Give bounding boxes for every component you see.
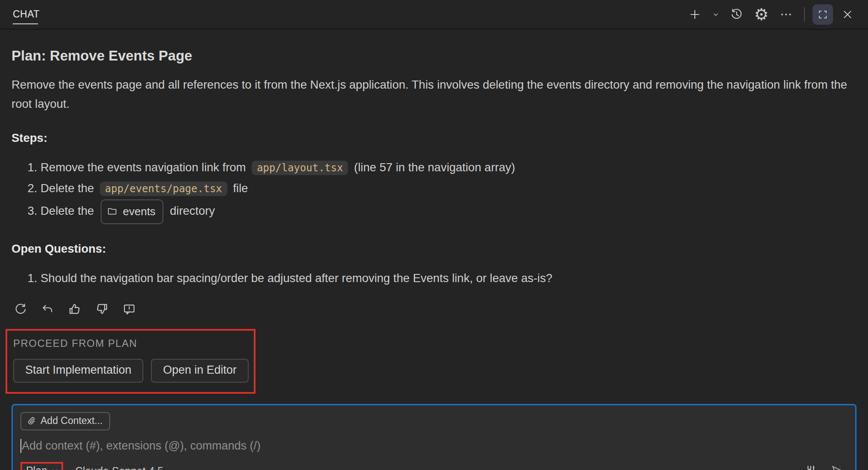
new-chat-dropdown-button[interactable] — [709, 4, 722, 25]
history-button[interactable] — [726, 4, 747, 25]
titlebar-actions: ⚙ — [685, 4, 858, 25]
events-directory-chip[interactable]: events — [101, 199, 163, 224]
composer-actions — [804, 463, 846, 470]
question-1-text: Should the navigation bar spacing/order … — [41, 271, 552, 285]
thumbs-down-icon — [95, 302, 109, 317]
add-context-button[interactable]: Add Context... — [20, 412, 110, 430]
thumbs-down-button[interactable] — [93, 301, 110, 318]
steps-list: Remove the events navigation link from a… — [12, 158, 856, 224]
titlebar-divider — [804, 7, 805, 22]
proceed-from-plan-section: PROCEED FROM PLAN Start Implementation O… — [6, 329, 255, 394]
step-1-suffix: (line 57 in the navigation array) — [351, 161, 515, 174]
proceed-from-plan-label: PROCEED FROM PLAN — [13, 337, 254, 349]
tab-chat[interactable]: CHAT — [13, 0, 40, 29]
mode-picker-label: Plan — [26, 464, 47, 470]
send-icon — [830, 463, 846, 470]
step-3-text: Delete the — [41, 204, 97, 217]
undo-icon — [41, 303, 54, 316]
paperclip-icon — [26, 416, 36, 426]
mode-picker-plan[interactable]: Plan — [20, 462, 63, 470]
chevron-down-icon — [51, 467, 59, 470]
questions-list: Should the navigation bar spacing/order … — [12, 268, 856, 288]
open-in-editor-button[interactable]: Open in Editor — [151, 359, 249, 383]
add-context-label: Add Context... — [41, 415, 103, 427]
configure-tools-button[interactable] — [804, 464, 819, 470]
text-cursor — [20, 439, 21, 453]
input-placeholder: Add context (#), extensions (@), command… — [22, 439, 261, 453]
report-issue-icon — [122, 303, 136, 316]
regenerate-button[interactable] — [12, 301, 29, 318]
new-chat-button[interactable] — [685, 4, 705, 25]
regenerate-icon — [13, 303, 27, 316]
close-icon — [841, 8, 854, 21]
model-picker-label: Claude Sonnet 4.5 — [75, 465, 163, 470]
inline-code-app-layout[interactable]: app/layout.tsx — [252, 161, 348, 175]
thumbs-up-button[interactable] — [66, 301, 83, 318]
report-issue-button[interactable] — [121, 301, 138, 318]
chevron-down-icon — [168, 467, 176, 470]
more-ellipsis-icon — [779, 8, 793, 21]
settings-button[interactable]: ⚙ — [751, 4, 772, 25]
step-3-suffix: directory — [167, 204, 215, 217]
chat-panel-titlebar: CHAT ⚙ — [0, 0, 868, 30]
close-panel-button[interactable] — [837, 4, 858, 25]
step-item-2: Delete the app/events/page.tsx file — [41, 179, 856, 199]
step-2-suffix: file — [230, 182, 248, 195]
step-item-3: Delete the events directory — [41, 199, 856, 224]
step-1-text: Remove the events navigation link from — [41, 161, 249, 174]
step-item-1: Remove the events navigation link from a… — [41, 158, 856, 178]
maximize-panel-icon — [816, 8, 829, 21]
start-implementation-button[interactable]: Start Implementation — [13, 359, 143, 383]
message-actions-toolbar — [12, 301, 856, 318]
settings-gear-icon: ⚙ — [754, 6, 769, 23]
send-button[interactable] — [830, 463, 846, 470]
more-actions-button[interactable] — [776, 4, 796, 25]
chat-text-input[interactable]: Add context (#), extensions (@), command… — [20, 439, 846, 453]
proceed-buttons-row: Start Implementation Open in Editor — [13, 359, 254, 383]
inline-code-events-page[interactable]: app/events/page.tsx — [100, 182, 227, 196]
model-picker[interactable]: Claude Sonnet 4.5 — [75, 465, 176, 470]
history-icon — [730, 8, 743, 21]
plan-title: Plan: Remove Events Page — [12, 48, 856, 64]
tools-icon — [804, 464, 819, 470]
chevron-down-icon — [711, 10, 720, 19]
events-directory-label: events — [123, 202, 156, 221]
step-2-text: Delete the — [41, 182, 97, 195]
plan-description: Remove the events page and all reference… — [12, 75, 856, 113]
folder-icon — [107, 206, 118, 217]
chat-message-area: Plan: Remove Events Page Remove the even… — [0, 48, 868, 394]
chat-input-box[interactable]: Add Context... Add context (#), extensio… — [12, 404, 856, 470]
open-questions-heading: Open Questions: — [12, 242, 856, 256]
new-chat-plus-icon — [688, 8, 702, 21]
composer-bottom-row: Plan Claude Sonnet 4.5 — [20, 462, 846, 470]
tab-chat-label: CHAT — [13, 9, 40, 20]
maximize-panel-button[interactable] — [813, 4, 833, 25]
question-item-1: Should the navigation bar spacing/order … — [41, 268, 856, 288]
undo-button[interactable] — [39, 301, 56, 318]
thumbs-up-icon — [67, 302, 82, 317]
steps-heading: Steps: — [12, 131, 856, 145]
